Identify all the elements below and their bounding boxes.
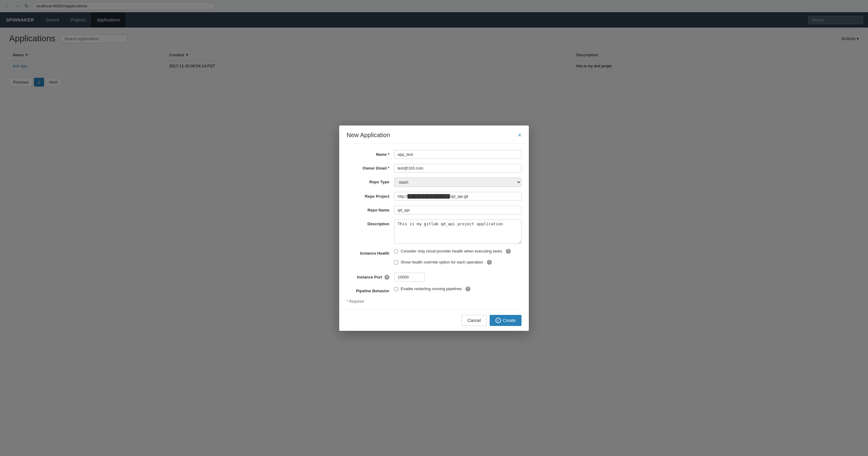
modal-overlay: New Application × Name * Owner Email * R… — [0, 0, 868, 93]
